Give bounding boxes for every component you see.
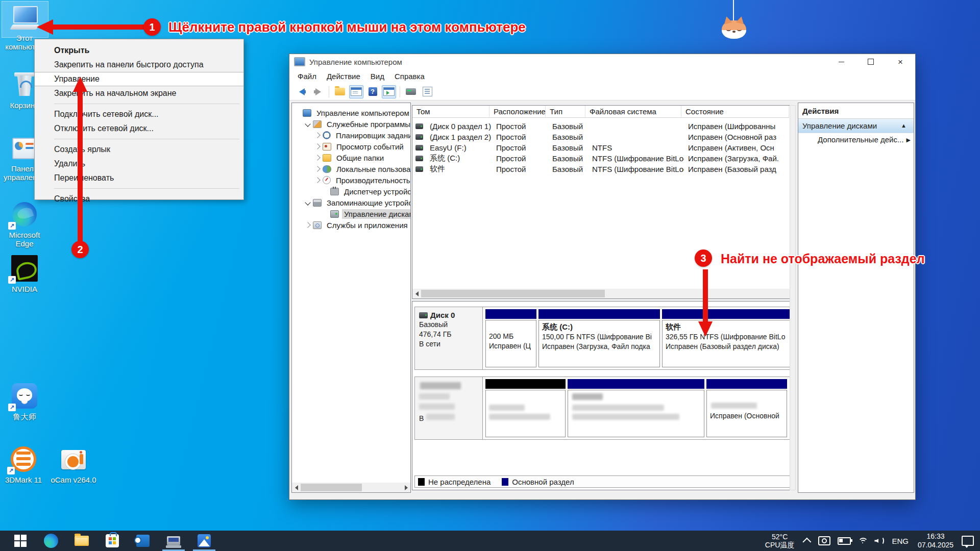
- tray-volume-button[interactable]: [874, 537, 884, 545]
- chevron-down-icon[interactable]: [305, 199, 310, 205]
- volume-row[interactable]: 软件 Простой Базовый NTFS (Шифрование BitL…: [412, 164, 790, 174]
- window-titlebar[interactable]: Управление компьютером ×: [289, 54, 915, 69]
- taskbar-store[interactable]: [97, 531, 128, 551]
- disk0-partition-1[interactable]: 200 МБ Исправен (Ц: [485, 309, 536, 367]
- show-console-tree-button[interactable]: [349, 85, 363, 98]
- device-manager-tool-button[interactable]: [404, 85, 418, 98]
- menu-file[interactable]: Файл: [292, 72, 322, 81]
- scroll-right-button[interactable]: [402, 483, 410, 492]
- chevron-right-icon[interactable]: [314, 155, 320, 160]
- collapse-icon[interactable]: ▲: [901, 119, 910, 133]
- vertical-scrollbar[interactable]: [790, 105, 796, 490]
- help-button[interactable]: ?: [365, 85, 380, 98]
- scroll-left-button[interactable]: [412, 289, 421, 298]
- menu-item-disconnect-network-drive[interactable]: Отключить сетевой диск...: [35, 121, 243, 136]
- menu-item-map-network-drive[interactable]: Подключить сетевой диск...: [35, 107, 243, 121]
- menu-item-pin-quick-access[interactable]: Закрепить на панели быстрого доступа: [35, 58, 243, 72]
- volume-row[interactable]: (Диск 0 раздел 1) Простой Базовый Исправ…: [412, 121, 790, 132]
- menu-item-manage[interactable]: Управление: [35, 72, 243, 86]
- tree-item-device-manager[interactable]: Диспетчер устройств: [292, 186, 410, 197]
- disk1-partition-unallocated[interactable]: [485, 379, 566, 437]
- tree-item-disk-management[interactable]: Управление дисками: [292, 208, 410, 219]
- tray-expand-button[interactable]: [805, 538, 811, 544]
- taskbar-file-explorer[interactable]: [66, 531, 97, 551]
- tree-item-task-scheduler[interactable]: Планировщик заданий: [292, 130, 410, 141]
- scrollbar-thumb[interactable]: [301, 484, 362, 491]
- maximize-button[interactable]: [856, 54, 886, 69]
- menu-item-delete[interactable]: Удалить: [35, 157, 243, 171]
- tray-cast-button[interactable]: [818, 536, 830, 545]
- taskbar-clock[interactable]: 16:33 07.04.2025: [918, 532, 953, 549]
- export-button[interactable]: [333, 85, 347, 98]
- desktop-icon-edge[interactable]: ↗ Microsoft Edge: [0, 200, 49, 248]
- forward-arrow-icon: [315, 88, 321, 95]
- menu-item-create-shortcut[interactable]: Создать ярлык: [35, 142, 243, 157]
- forward-button[interactable]: [311, 85, 325, 98]
- disk1-header[interactable]: В: [415, 377, 483, 439]
- column-header-status[interactable]: Состояние: [681, 106, 789, 118]
- disk1-partition-3[interactable]: Исправен (Основной: [706, 379, 787, 437]
- notification-center-button[interactable]: [962, 536, 974, 546]
- taskbar-edge[interactable]: [36, 531, 66, 551]
- desktop: Этот компьютер Корзина Панель управления…: [0, 0, 980, 551]
- shortcut-arrow-icon: ↗: [8, 276, 16, 284]
- tree-item-storage[interactable]: Запоминающие устройств: [292, 197, 410, 208]
- desktop-icon-ocam[interactable]: oCam v264.0: [49, 445, 98, 484]
- column-header-volume[interactable]: Том: [412, 106, 489, 118]
- column-header-type[interactable]: Тип: [546, 106, 585, 118]
- taskbar-computer-management[interactable]: [158, 531, 189, 551]
- show-action-pane-button[interactable]: [382, 85, 396, 98]
- desktop-icon-nvidia[interactable]: ↗ NVIDIA: [0, 254, 49, 293]
- tree-item-computer-management[interactable]: Управление компьютером (лс: [292, 107, 410, 118]
- chevron-right-icon[interactable]: [314, 143, 320, 149]
- scrollbar-thumb[interactable]: [421, 290, 605, 297]
- menu-item-pin-start[interactable]: Закрепить на начальном экране: [35, 86, 243, 101]
- disk1-partition-2[interactable]: [568, 379, 704, 437]
- tree-horizontal-scrollbar[interactable]: [292, 483, 410, 492]
- language-indicator[interactable]: ENG: [892, 537, 909, 545]
- cpu-temperature[interactable]: 52°C CPU温度: [765, 533, 795, 549]
- disk0-partition-system-c[interactable]: 系统 (C:) 150,00 ГБ NTFS (Шифрование Bi Ис…: [538, 309, 660, 367]
- volume-row[interactable]: EasyU (F:) Простой Базовый NTFS Исправен…: [412, 142, 790, 153]
- start-button[interactable]: [5, 531, 36, 551]
- volume-row[interactable]: 系统 (C:) Простой Базовый NTFS (Шифрование…: [412, 153, 790, 164]
- tree-item-local-users[interactable]: Локальные пользовате: [292, 163, 410, 174]
- chevron-right-icon[interactable]: [314, 177, 320, 183]
- chevron-right-icon[interactable]: [305, 222, 310, 228]
- actions-disk-management[interactable]: Управление дисками ▲: [798, 119, 914, 133]
- console-tree-icon: [351, 87, 362, 96]
- tree-item-shared-folders[interactable]: Общие папки: [292, 152, 410, 163]
- minimize-button[interactable]: [826, 54, 856, 69]
- desktop-icon-3dmark[interactable]: ↗ 3DMark 11: [0, 445, 48, 484]
- actions-more-actions[interactable]: Дополнительные дейс... ▶: [798, 133, 914, 146]
- taskbar-photos[interactable]: [189, 531, 219, 551]
- tree-item-performance[interactable]: Производительность: [292, 174, 410, 186]
- tree-item-event-viewer[interactable]: Просмотр событий: [292, 141, 410, 152]
- disk0-partition-software[interactable]: 软件 326,55 ГБ NTFS (Шифрование BitLo Испр…: [662, 309, 791, 367]
- taskbar-outlook[interactable]: [128, 531, 158, 551]
- scroll-left-button[interactable]: [292, 483, 301, 492]
- tree-item-services-apps[interactable]: Службы и приложения: [292, 219, 410, 231]
- menu-item-properties[interactable]: Свойства: [35, 192, 243, 206]
- desktop-icon-ludashi[interactable]: ↗ 鲁大师: [0, 382, 49, 421]
- menu-view[interactable]: Вид: [365, 72, 389, 81]
- this-pc-icon: [10, 3, 39, 32]
- back-button[interactable]: [295, 85, 309, 98]
- menu-item-rename[interactable]: Переименовать: [35, 171, 243, 185]
- menu-item-open[interactable]: Открыть: [35, 43, 243, 58]
- volume-row[interactable]: (Диск 1 раздел 2) Простой Базовый Исправ…: [412, 132, 790, 142]
- column-header-layout[interactable]: Расположение: [489, 106, 546, 118]
- column-header-filesystem[interactable]: Файловая система: [585, 106, 681, 118]
- properties-tool-button[interactable]: [420, 85, 434, 98]
- tree-item-system-tools[interactable]: Служебные программы: [292, 118, 410, 130]
- close-button[interactable]: ×: [886, 54, 915, 69]
- tray-network-button[interactable]: [858, 538, 867, 544]
- volume-horizontal-scrollbar[interactable]: [412, 289, 795, 298]
- disk0-header[interactable]: Диск 0 Базовый 476,74 ГБ В сети: [415, 307, 483, 369]
- tray-battery-button[interactable]: [838, 537, 851, 545]
- chevron-down-icon[interactable]: [305, 121, 310, 127]
- chevron-right-icon[interactable]: [314, 132, 320, 138]
- menu-action[interactable]: Действие: [322, 72, 365, 81]
- chevron-right-icon[interactable]: [314, 166, 320, 171]
- menu-help[interactable]: Справка: [389, 72, 430, 81]
